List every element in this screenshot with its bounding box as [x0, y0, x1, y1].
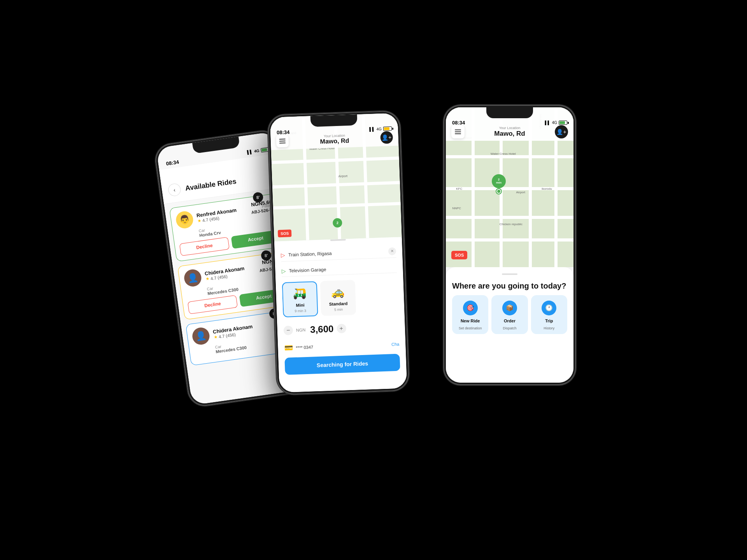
rating-count-2: (456) [217, 274, 228, 280]
signal-left: ▌▌ [247, 149, 253, 154]
menu-line-3 [279, 143, 286, 144]
chicken-label-right: Chicken republic [500, 222, 523, 226]
sos-btn-right[interactable]: SOS [451, 251, 467, 259]
status-icons-right: ▌▌ 4G [545, 121, 567, 125]
decline-btn-1[interactable]: Decline [179, 237, 230, 256]
rating-count-1: (456) [209, 215, 219, 221]
history-sub: History [544, 326, 554, 330]
add-user-btn-right[interactable]: 👤+ [555, 125, 568, 138]
rating-count-3: (456) [225, 332, 236, 338]
rating-value-3: 4.7 [218, 333, 225, 339]
order-sub: Dispatch [503, 326, 516, 330]
driver-avatar-1: 👨 [175, 210, 195, 229]
price-plus-btn[interactable]: + [337, 324, 346, 333]
price-amount: 3,600 [310, 323, 334, 335]
home-location-label: Your Location [465, 126, 555, 130]
menu-line-2 [279, 141, 286, 142]
home-menu-line-1 [455, 130, 461, 130]
network-left: 4G [254, 149, 260, 154]
home-screen: Victoria Island Water Cress Hotel Airpor… [446, 107, 573, 383]
star-icon-3: ★ [213, 334, 218, 340]
battery-middle [383, 126, 392, 131]
mini-meta: 9 min 3 [295, 309, 306, 313]
sheet-pull-bar [502, 273, 517, 275]
home-location-info: Your Location Mawo, Rd [465, 126, 555, 138]
destination-icon: ▷ [281, 268, 286, 274]
pickup-clear-btn[interactable]: ✕ [388, 247, 396, 255]
rating-value-1: 4.7 [202, 217, 209, 222]
payment-row: 💳 **** 0347 Cha [284, 338, 400, 354]
history-icon: 🕐 [542, 301, 556, 315]
star-icon-1: ★ [197, 218, 202, 223]
phone-middle: Victoria Island Water Cress Hotel Airpor… [268, 110, 410, 395]
back-button[interactable]: ‹ [167, 183, 181, 197]
add-user-btn-middle[interactable]: 👤+ [380, 131, 393, 144]
time-bubble: 2 min [492, 174, 506, 188]
phones-showcase: 08:34 ▌▌ 4G ‹ Available Rides [160, 66, 587, 494]
location-dot [496, 189, 501, 194]
driver-avatar-2: 👤 [183, 268, 203, 288]
driver-avatar-3: 👤 [191, 326, 211, 346]
ride-types: 🛺 Mini 9 min 3 🚕 Standard 5 min [282, 276, 398, 318]
time-left: 08:34 [166, 159, 179, 166]
where-question: Where are you going to today? [452, 281, 567, 290]
order-label: Order [504, 318, 516, 323]
home-location-name: Mawo, Rd [465, 130, 555, 138]
order-icon: 📦 [502, 301, 517, 315]
car-time-unit: min [496, 181, 502, 185]
search-rides-btn[interactable]: Searching for Rides [284, 354, 400, 374]
new-ride-sub: Set destination [459, 326, 482, 330]
hotel-label-right: Water Cress Hotel [491, 152, 516, 156]
change-link[interactable]: Cha [391, 341, 400, 346]
menu-line-1 [279, 139, 286, 140]
phone-right: Victoria Island Water Cress Hotel Airpor… [444, 105, 576, 385]
airport-label-right: Airport [516, 191, 525, 194]
card-icon: 💳 [284, 343, 293, 352]
pickup-text: Train Station, Rigasa [288, 250, 332, 257]
action-buttons: 🎯 New Ride Set destination 📦 Order Dispa… [452, 295, 567, 334]
driver-info-1: Renfred Akonam ★ 4.7 (456) [196, 206, 248, 224]
time-right: 08:34 [452, 120, 465, 126]
time-middle: 08:34 [277, 129, 290, 135]
network-mid: 4G [376, 127, 382, 131]
new-ride-label: New Ride [461, 318, 480, 323]
menu-button-middle[interactable] [276, 135, 289, 147]
ikorodu-label-right: Ikorodu [542, 187, 552, 191]
route-screen: Victoria Island Water Cress Hotel Airpor… [270, 113, 407, 392]
notch-right [486, 107, 533, 118]
battery-right [559, 121, 567, 125]
menu-btn-right[interactable] [451, 125, 465, 138]
price-currency: NGN [296, 327, 306, 332]
new-ride-icon: 🎯 [463, 301, 478, 315]
ride-type-mini[interactable]: 🛺 Mini 9 min 3 [282, 281, 318, 317]
rating-value-2: 4.7 [210, 275, 217, 281]
sos-btn-middle[interactable]: SOS [278, 229, 292, 237]
price-row: − NGN 3,600 + [283, 318, 399, 338]
standard-img: 🚕 [326, 284, 350, 300]
airport-label-mid: Airport [338, 174, 348, 178]
signal-mid: ▌▌ [369, 127, 375, 131]
network-right: 4G [552, 121, 557, 125]
price-minus-btn[interactable]: − [283, 326, 293, 335]
order-dispatch-btn[interactable]: 📦 Order Dispatch [491, 295, 528, 334]
phone-right-inner: Victoria Island Water Cress Hotel Airpor… [446, 107, 573, 383]
car-time-marker: 2 min [492, 174, 506, 194]
rides-title: Available Rides [185, 177, 237, 192]
standard-name: Standard [329, 301, 348, 306]
nnpc-label-right: NNPC [452, 206, 461, 210]
decline-btn-2[interactable]: Decline [188, 295, 238, 314]
status-icons-middle: ▌▌ 4G [369, 126, 392, 131]
home-bottom-sheet: Where are you going to today? 🎯 New Ride… [446, 267, 573, 383]
pickup-row: ▷ Train Station, Rigasa ✕ [281, 245, 396, 261]
phone-middle-inner: Victoria Island Water Cress Hotel Airpor… [270, 113, 407, 392]
signal-right: ▌▌ [545, 121, 550, 125]
notch-middle [310, 114, 358, 127]
ride-type-standard[interactable]: 🚕 Standard 5 min [320, 280, 356, 316]
home-menu-line-2 [455, 131, 461, 132]
home-map-section: Victoria Island Water Cress Hotel Airpor… [446, 107, 573, 267]
home-menu-line-3 [455, 133, 461, 134]
new-ride-btn[interactable]: 🎯 New Ride Set destination [452, 295, 488, 334]
trip-history-btn[interactable]: 🕐 Trip History [531, 295, 567, 334]
status-icons-left: ▌▌ 4G [247, 147, 270, 154]
driver-info-2: Chidera Akonam ★ 4.7 (456) [204, 264, 256, 282]
